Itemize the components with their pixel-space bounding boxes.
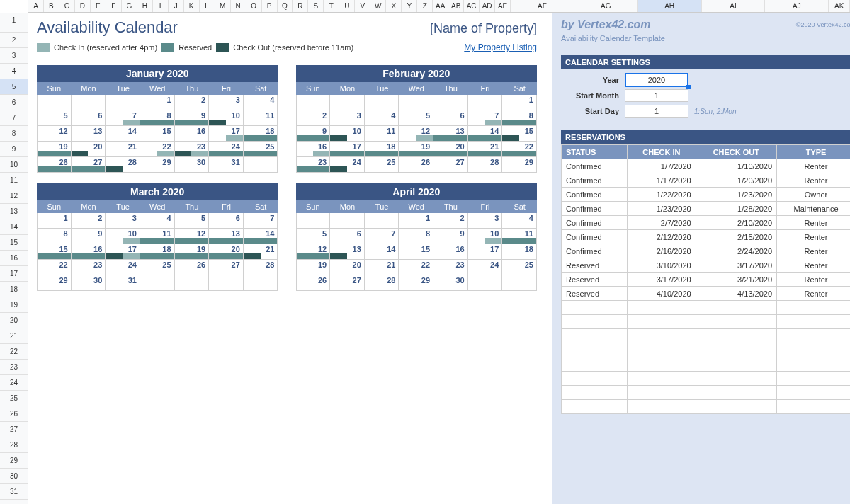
- year-input[interactable]: 2020: [625, 73, 688, 87]
- column-header[interactable]: K: [184, 0, 200, 12]
- checkin-cell[interactable]: 3/17/2020: [628, 273, 696, 287]
- column-header[interactable]: M: [215, 0, 231, 12]
- day-cell[interactable]: 7: [244, 213, 278, 229]
- column-header[interactable]: AE: [495, 0, 511, 12]
- day-cell[interactable]: 8: [140, 110, 175, 126]
- row-header[interactable]: 2: [0, 33, 28, 48]
- reservation-row[interactable]: Confirmed1/22/20201/23/2020Owner: [562, 188, 851, 202]
- day-cell[interactable]: 4: [244, 95, 278, 110]
- day-cell[interactable]: 8: [37, 229, 72, 244]
- reservation-row[interactable]: Confirmed2/7/20202/10/2020Renter: [562, 216, 851, 230]
- type-cell[interactable]: Renter: [777, 244, 850, 258]
- column-header[interactable]: AA: [433, 0, 448, 12]
- day-cell[interactable]: 9: [175, 110, 210, 126]
- day-cell[interactable]: 3: [468, 213, 503, 229]
- column-header[interactable]: AJ: [765, 0, 829, 12]
- cell-handle[interactable]: [686, 85, 691, 89]
- row-header[interactable]: 7: [0, 110, 28, 126]
- column-header[interactable]: G: [122, 0, 137, 12]
- day-cell[interactable]: 21: [244, 244, 278, 260]
- column-header[interactable]: AI: [702, 0, 766, 12]
- day-cell[interactable]: 28: [365, 275, 400, 291]
- day-cell[interactable]: 14: [365, 244, 400, 260]
- day-cell[interactable]: 22: [140, 142, 175, 157]
- column-header[interactable]: AD: [480, 0, 495, 12]
- day-cell[interactable]: 26: [175, 260, 210, 275]
- type-cell[interactable]: Renter: [777, 173, 850, 188]
- row-header[interactable]: 9: [0, 142, 28, 157]
- day-cell[interactable]: 15: [399, 244, 434, 260]
- day-cell[interactable]: 27: [330, 275, 365, 291]
- day-cell[interactable]: 13: [330, 244, 365, 260]
- reservation-row[interactable]: Confirmed1/17/20201/20/2020Renter: [562, 173, 851, 188]
- day-cell[interactable]: 24: [106, 260, 140, 275]
- day-cell[interactable]: 3: [330, 110, 365, 126]
- type-cell[interactable]: Renter: [777, 287, 850, 301]
- day-cell[interactable]: 26: [37, 157, 72, 173]
- day-cell[interactable]: 1: [399, 213, 434, 229]
- day-cell[interactable]: 7: [468, 110, 503, 126]
- day-cell[interactable]: 11: [502, 229, 537, 244]
- day-cell[interactable]: [468, 275, 503, 291]
- day-cell[interactable]: 16: [175, 126, 210, 142]
- row-header[interactable]: 24: [0, 375, 28, 391]
- column-header[interactable]: Z: [417, 0, 433, 12]
- day-cell[interactable]: [296, 95, 331, 110]
- day-cell[interactable]: 6: [434, 110, 468, 126]
- day-cell[interactable]: [244, 275, 278, 291]
- row-header[interactable]: 17: [0, 266, 28, 282]
- column-header[interactable]: O: [246, 0, 262, 12]
- start-day-input[interactable]: 1: [625, 105, 688, 118]
- day-cell[interactable]: 29: [502, 157, 537, 173]
- day-cell[interactable]: 5: [399, 110, 434, 126]
- day-cell[interactable]: 27: [434, 157, 468, 173]
- day-cell[interactable]: [140, 275, 175, 291]
- day-cell[interactable]: 24: [330, 157, 365, 173]
- day-cell[interactable]: 10: [209, 110, 244, 126]
- day-cell[interactable]: 16: [72, 244, 106, 260]
- type-cell[interactable]: Owner: [777, 188, 850, 202]
- day-cell[interactable]: 30: [175, 157, 210, 173]
- row-header[interactable]: 3: [0, 48, 28, 64]
- day-cell[interactable]: 25: [502, 260, 537, 275]
- day-cell[interactable]: 5: [175, 213, 210, 229]
- day-cell[interactable]: 28: [468, 157, 503, 173]
- day-cell[interactable]: 19: [37, 142, 72, 157]
- day-cell[interactable]: 17: [468, 244, 503, 260]
- day-cell[interactable]: 8: [502, 110, 537, 126]
- day-cell[interactable]: [365, 213, 400, 229]
- day-cell[interactable]: [37, 95, 72, 110]
- day-cell[interactable]: 2: [72, 213, 106, 229]
- day-cell[interactable]: 2: [296, 110, 331, 126]
- day-cell[interactable]: 14: [106, 126, 140, 142]
- day-cell[interactable]: 8: [399, 229, 434, 244]
- day-cell[interactable]: 21: [468, 142, 503, 157]
- day-cell[interactable]: 28: [106, 157, 140, 173]
- day-cell[interactable]: [175, 275, 210, 291]
- day-cell[interactable]: [330, 95, 365, 110]
- checkout-cell[interactable]: 1/10/2020: [696, 159, 776, 173]
- day-cell[interactable]: 25: [244, 142, 278, 157]
- row-header[interactable]: 18: [0, 282, 28, 297]
- day-cell[interactable]: 16: [296, 142, 331, 157]
- template-link[interactable]: Availability Calendar Template: [561, 34, 850, 42]
- column-header[interactable]: W: [370, 0, 386, 12]
- empty-row[interactable]: [562, 329, 851, 343]
- day-cell[interactable]: 21: [365, 260, 400, 275]
- reservation-row[interactable]: Confirmed2/12/20202/15/2020Renter: [562, 230, 851, 244]
- column-header[interactable]: L: [200, 0, 215, 12]
- status-cell[interactable]: Confirmed: [562, 216, 628, 230]
- day-cell[interactable]: 18: [140, 244, 175, 260]
- column-header[interactable]: H: [137, 0, 153, 12]
- day-cell[interactable]: 15: [140, 126, 175, 142]
- column-header[interactable]: AK: [829, 0, 850, 12]
- day-cell[interactable]: 24: [209, 142, 244, 157]
- checkout-cell[interactable]: 3/17/2020: [696, 258, 776, 273]
- day-cell[interactable]: 4: [365, 110, 400, 126]
- checkin-cell[interactable]: 3/10/2020: [628, 258, 696, 273]
- type-cell[interactable]: Renter: [777, 258, 850, 273]
- row-header[interactable]: 4: [0, 64, 28, 79]
- day-cell[interactable]: 31: [209, 157, 244, 173]
- day-cell[interactable]: 6: [209, 213, 244, 229]
- empty-row[interactable]: [562, 301, 851, 315]
